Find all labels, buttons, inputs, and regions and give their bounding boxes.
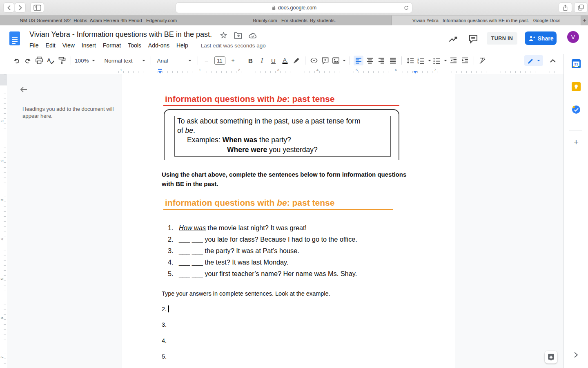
tasks-button[interactable] (572, 105, 581, 114)
turn-in-button[interactable]: TURN IN (487, 32, 517, 45)
numbered-list-button[interactable]: 1 2 3 (417, 56, 431, 65)
get-addons-button[interactable]: + (572, 138, 581, 147)
ruler-ticks (118, 71, 559, 73)
font-size-input[interactable]: 11 (214, 56, 225, 65)
line-spacing-button[interactable] (405, 56, 415, 65)
text-color-button[interactable]: A (280, 56, 290, 65)
sidebar-toggle-button[interactable] (30, 2, 44, 13)
avatar[interactable]: V (567, 31, 579, 43)
decrease-indent-button[interactable] (449, 56, 459, 65)
text-color-icon: A (282, 57, 288, 64)
document-page[interactable]: information questions with be: past tens… (122, 74, 455, 368)
menu-addons[interactable]: Add-ons (148, 42, 169, 49)
address-bar[interactable]: docs.google.com (176, 2, 412, 13)
font-size-decrease-button[interactable]: – (202, 56, 212, 65)
question-text: your first teacher’s name? Her name was … (203, 270, 357, 277)
reload-button[interactable] (403, 4, 409, 11)
menu-edit[interactable]: Edit (46, 42, 56, 49)
move-folder-button[interactable] (234, 32, 242, 39)
editing-mode-button[interactable] (524, 55, 543, 66)
document-title[interactable]: Vivian Yebra - Information questions wit… (29, 30, 212, 39)
highlight-color-button[interactable] (292, 56, 301, 65)
left-indent-marker[interactable] (158, 71, 162, 74)
star-icon (220, 31, 227, 39)
font-select[interactable]: Arial (155, 56, 194, 65)
chevron-down-icon (428, 60, 431, 61)
docs-header: Vivian Yebra - Information questions wit… (0, 25, 588, 54)
tab-label: NM-US Government S/2 -Hobbs- Adam Herrer… (20, 18, 177, 23)
calendar-button[interactable]: 31 (572, 59, 581, 68)
menu-format[interactable]: Format (103, 42, 121, 49)
lock-icon (272, 5, 276, 11)
menu-help[interactable]: Help (176, 42, 188, 49)
back-button[interactable] (3, 2, 14, 13)
star-button[interactable] (220, 31, 227, 39)
red-heading-rule (163, 105, 399, 106)
menu-view[interactable]: View (62, 42, 75, 49)
forward-icon (18, 5, 22, 11)
question-blank: ___ ___ (179, 236, 203, 243)
worksheet-heading-red: information questions with be: past tens… (165, 94, 334, 104)
ruler-number: 7 (0, 356, 4, 358)
print-button[interactable] (34, 56, 44, 65)
keep-button[interactable] (572, 82, 581, 91)
last-edit-link[interactable]: Last edit was seconds ago (201, 43, 266, 49)
share-button[interactable]: Share (525, 31, 557, 45)
share-page-button[interactable] (559, 2, 572, 13)
menu-insert[interactable]: Insert (82, 42, 96, 49)
paragraph-style-select[interactable]: Normal text (103, 56, 147, 65)
question-item: 4. ___ ___ the test? It was last Monday. (168, 256, 437, 268)
bulleted-list-button[interactable] (433, 56, 447, 65)
menu-tools[interactable]: Tools (128, 42, 141, 49)
align-center-button[interactable] (365, 56, 375, 65)
align-left-button[interactable] (354, 56, 363, 65)
paint-format-button[interactable] (57, 56, 67, 65)
answer-line-2[interactable]: 2. (162, 305, 169, 312)
align-right-button[interactable] (376, 56, 386, 65)
insights-button[interactable] (448, 34, 458, 43)
comments-button[interactable] (468, 34, 478, 44)
text-cursor (168, 305, 169, 312)
chevron-down-icon (537, 60, 540, 61)
url-text: docs.google.com (278, 5, 317, 11)
redo-button[interactable] (23, 56, 33, 65)
zoom-select[interactable]: 100% (75, 56, 95, 65)
horizontal-ruler: 1 1 2 3 4 5 6 7 (0, 67, 564, 74)
spellcheck-button[interactable]: A (46, 56, 56, 65)
collapse-toolbar-button[interactable] (548, 56, 558, 65)
insert-image-button[interactable] (332, 56, 346, 65)
italic-button[interactable]: I (257, 56, 267, 65)
font-size-increase-button[interactable]: + (228, 56, 238, 65)
tab-overview-button[interactable] (574, 2, 588, 13)
document-status-button[interactable] (249, 32, 257, 39)
clear-formatting-button[interactable] (478, 56, 488, 65)
align-right-icon (378, 57, 385, 64)
insert-link-button[interactable] (309, 56, 319, 65)
justify-button[interactable] (388, 56, 398, 65)
docs-logo-icon[interactable] (9, 31, 20, 46)
tab-edgenuity[interactable]: NM-US Government S/2 -Hobbs- Adam Herrer… (0, 16, 197, 25)
menu-file[interactable]: File (29, 42, 39, 49)
increase-indent-button[interactable] (460, 56, 470, 65)
answer-line-4[interactable]: 4. (162, 337, 167, 344)
tab-google-docs-active[interactable]: Vivian Yebra - Information questions wit… (392, 16, 581, 25)
tab-brainly[interactable]: Brainly.com - For students. By students. (197, 16, 392, 25)
hide-side-panel-button[interactable] (574, 352, 578, 358)
undo-icon (13, 57, 20, 64)
bold-button[interactable]: B (246, 56, 256, 65)
forward-button[interactable] (15, 2, 26, 13)
close-outline-button[interactable] (19, 85, 28, 94)
answer-line-5[interactable]: 5. (162, 353, 167, 360)
add-comment-button[interactable] (321, 56, 330, 65)
ruler-number: 5 (356, 68, 358, 72)
explore-button[interactable] (545, 351, 557, 364)
svg-text:31: 31 (574, 62, 578, 66)
chart-example-2: Where were you yesterday? (227, 146, 318, 154)
answer-line-3[interactable]: 3. (162, 321, 167, 328)
right-indent-marker[interactable] (413, 71, 417, 74)
new-tab-button[interactable]: + (581, 16, 588, 25)
underline-button[interactable]: U (269, 56, 278, 65)
undo-button[interactable] (11, 56, 21, 65)
first-line-indent-marker[interactable] (158, 69, 162, 70)
link-icon (310, 57, 318, 64)
